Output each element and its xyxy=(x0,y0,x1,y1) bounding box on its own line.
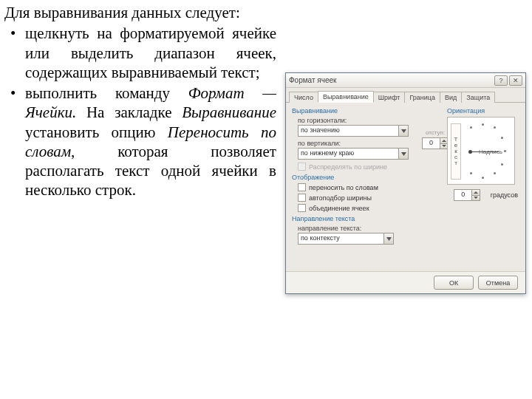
autofit-label: автоподбор ширины xyxy=(309,194,372,202)
tab-number[interactable]: Число xyxy=(289,92,318,103)
orientation-dial[interactable]: Надпись xyxy=(466,122,511,181)
tab-font[interactable]: Шрифт xyxy=(373,92,406,103)
orientation-vertical-button[interactable]: Текст xyxy=(451,123,461,180)
cancel-button[interactable]: Отмена xyxy=(478,276,518,290)
direction-label: направление текста: xyxy=(292,225,440,232)
vertical-value: по нижнему краю xyxy=(298,148,398,160)
degrees-label: градусов xyxy=(491,191,518,199)
merge-checkbox-row[interactable]: объединение ячеек xyxy=(292,204,440,212)
titlebar[interactable]: Формат ячеек ? ✕ xyxy=(286,73,525,88)
distribute-checkbox-row: Распределять по ширине xyxy=(292,163,440,171)
alignment-panel: Выравнивание по горизонтали: по значению… xyxy=(286,103,525,271)
chevron-down-icon[interactable] xyxy=(398,148,409,160)
tab-border[interactable]: Граница xyxy=(404,92,440,103)
close-button[interactable]: ✕ xyxy=(509,75,522,86)
autofit-checkbox[interactable] xyxy=(298,194,306,202)
chevron-down-icon[interactable] xyxy=(383,233,394,245)
distribute-checkbox xyxy=(298,163,306,171)
tab-protection[interactable]: Защита xyxy=(461,92,495,103)
vertical-combo[interactable]: по нижнему краю xyxy=(298,148,409,160)
orientation-needle-label: Надпись xyxy=(479,149,502,155)
merge-checkbox[interactable] xyxy=(298,204,306,212)
horizontal-label: по горизонтали: xyxy=(292,117,440,124)
tab-alignment[interactable]: Выравнивание xyxy=(318,91,374,103)
orientation-control[interactable]: Текст Надпись xyxy=(447,117,515,185)
help-button[interactable]: ? xyxy=(494,75,508,86)
indent-spinner[interactable]: 0 xyxy=(422,137,449,149)
direction-value: по контексту xyxy=(298,233,383,245)
group-alignment-label: Выравнивание xyxy=(292,107,440,115)
horizontal-value: по значению xyxy=(298,125,398,137)
spinner-down-icon[interactable] xyxy=(471,195,480,202)
group-display-label: Отображение xyxy=(292,174,440,181)
chevron-down-icon[interactable] xyxy=(398,125,409,137)
degrees-value: 0 xyxy=(454,189,471,201)
autofit-checkbox-row[interactable]: автоподбор ширины xyxy=(292,194,440,202)
degrees-spinner[interactable]: 0 xyxy=(454,189,480,201)
slide-body-text: Для выравнивания данных следует: щелкнут… xyxy=(4,3,276,202)
direction-combo[interactable]: по контексту xyxy=(298,233,394,245)
group-orientation-label: Ориентация xyxy=(447,107,518,115)
tab-strip: Число Выравнивание Шрифт Граница Вид Защ… xyxy=(286,88,525,103)
tab-fill[interactable]: Вид xyxy=(440,92,462,103)
indent-value: 0 xyxy=(422,137,440,149)
distribute-label: Распределять по ширине xyxy=(309,163,387,171)
dialog-title: Формат ячеек xyxy=(289,76,493,84)
wrap-checkbox[interactable] xyxy=(298,183,306,191)
format-cells-dialog: Формат ячеек ? ✕ Число Выравнивание Шриф… xyxy=(285,72,526,294)
intro-line: Для выравнивания данных следует: xyxy=(4,3,276,22)
bullet-1: щелкнуть на форматируемой ячейке или выд… xyxy=(4,24,276,82)
spinner-up-icon[interactable] xyxy=(471,189,480,195)
ok-button[interactable]: ОК xyxy=(434,276,474,290)
wrap-checkbox-row[interactable]: переносить по словам xyxy=(292,183,440,191)
merge-label: объединение ячеек xyxy=(309,205,369,212)
button-bar: ОК Отмена xyxy=(286,271,525,293)
wrap-label: переносить по словам xyxy=(309,184,378,191)
horizontal-combo[interactable]: по значению xyxy=(298,125,409,137)
group-direction-label: Направление текста xyxy=(292,215,440,222)
bullet-2: выполнить команду Формат —Ячейки. На зак… xyxy=(4,83,276,200)
